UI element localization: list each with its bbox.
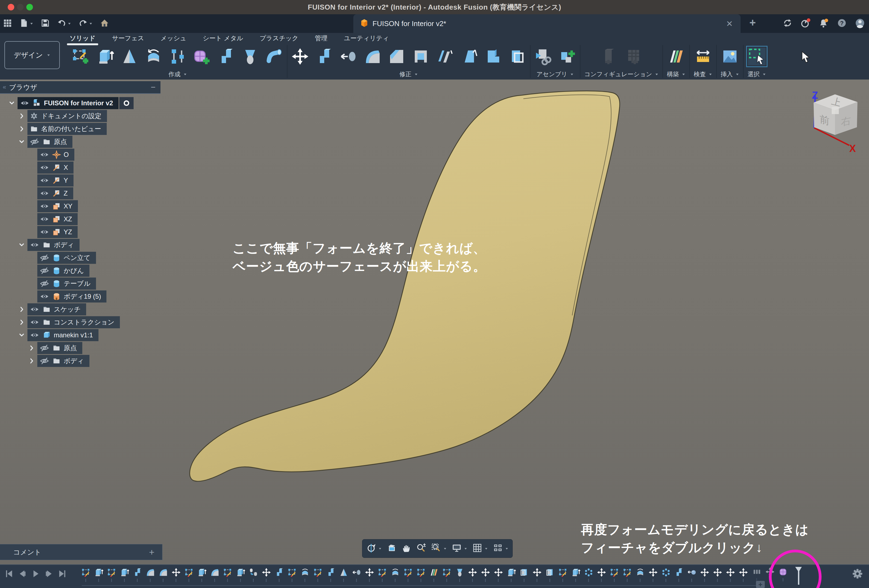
add-comment-button[interactable]: + [149,547,162,558]
sketch-feature[interactable] [623,568,632,577]
go-to-end-button[interactable] [57,569,67,580]
move-feature[interactable] [648,568,658,577]
visibility-on-icon[interactable] [30,304,40,314]
move-tool-button[interactable] [291,48,309,65]
sketch-feature[interactable] [313,568,323,577]
ribbon-group-construct-label[interactable]: 構築 [667,70,685,78]
tree-row--[interactable]: コンストラクション [0,316,160,328]
visibility-on-icon[interactable] [40,214,49,224]
point-pull-tool-button[interactable] [340,48,357,65]
tree-row--[interactable]: ペン立て [0,252,160,264]
rails-tool-button[interactable] [169,48,187,65]
chevron-down-icon[interactable] [18,331,26,339]
tree-row-z[interactable]: Z [0,187,160,199]
copy-feature[interactable] [249,568,258,577]
tree-row--[interactable]: ドキュメントの設定 [0,110,160,122]
visibility-off-icon[interactable] [40,356,49,366]
extrude-feature[interactable] [120,568,129,577]
sphere-push-feature[interactable] [687,568,697,577]
extrude-feature[interactable] [197,568,206,577]
extensions-button[interactable] [782,14,793,33]
point-pull-feature[interactable] [352,568,361,577]
move-feature[interactable] [365,568,374,577]
framebox-tool-button[interactable] [509,48,526,65]
extrude-feature[interactable] [94,568,104,577]
chevron-down-icon[interactable] [18,138,26,146]
collapsed-group[interactable] [752,567,761,576]
home-view-button[interactable] [100,14,109,33]
boundary-feature[interactable] [545,568,555,577]
save-button[interactable] [41,14,50,33]
ribbon-tab-5[interactable]: プラスチック [259,34,300,43]
extrude-feature[interactable] [571,568,580,577]
extrude-tool-button[interactable] [96,48,114,65]
tree-row--[interactable]: 原点 [0,342,160,354]
visibility-on-icon[interactable] [30,240,40,250]
steps-feature[interactable] [274,568,284,577]
ribbon-group-create-label[interactable]: 作成 [168,70,187,78]
visibility-on-icon[interactable] [40,227,49,237]
move-feature[interactable] [532,568,542,577]
chevron-right-icon[interactable] [18,125,26,133]
steps-tool-button[interactable] [217,48,235,65]
job-status-button[interactable] [801,14,811,33]
loft-feature[interactable] [455,568,464,577]
image-tool-button[interactable] [721,48,739,65]
chevron-right-icon[interactable] [27,344,36,352]
ribbon-group-assemble-label[interactable]: アセンブリ [537,70,574,78]
sketch-create-tool-button[interactable] [73,48,90,65]
fillet-feature[interactable] [159,568,168,577]
tree-row-yz[interactable]: YZ [0,226,160,238]
step-forward-button[interactable] [44,569,54,580]
tree-row--[interactable]: 名前の付いたビュー [0,123,160,135]
visibility-off-icon[interactable] [40,253,49,263]
move-feature[interactable] [171,568,181,577]
zoom-window-button[interactable] [26,4,33,10]
user-avatar-button[interactable] [855,14,865,33]
pattern-feature[interactable] [584,568,593,577]
move-feature[interactable] [739,568,748,577]
sketch-feature[interactable] [107,568,116,577]
tree-row-xz[interactable]: XZ [0,213,160,225]
file-menu-button[interactable] [19,14,33,33]
ribbon-group-select-label[interactable]: 選択 [747,70,766,78]
expand-group-button[interactable]: + [756,581,765,588]
tree-row--[interactable]: かびん [0,265,160,277]
funnel-tool-button[interactable] [242,48,259,65]
insert-link-tool-button[interactable] [534,48,552,65]
activate-component-radio[interactable] [119,97,133,109]
chevron-right-icon[interactable] [18,318,26,326]
visibility-off-icon[interactable] [30,137,40,147]
orbit-button[interactable] [366,543,382,554]
visibility-on-icon[interactable] [40,163,49,172]
play-button[interactable] [31,569,41,580]
fillet-tool-button[interactable] [364,48,381,65]
workspace-selector[interactable]: デザイン [4,41,60,69]
grid-and-snaps-button[interactable] [472,543,488,554]
chamfer-tool-button[interactable] [388,48,405,65]
ribbon-tab-4[interactable]: シート メタル [202,34,244,43]
visibility-off-icon[interactable] [40,343,49,353]
ribbon-tab-2[interactable]: サーフェス [111,34,145,43]
visibility-on-icon[interactable] [20,98,30,108]
window-zoom-button[interactable] [431,543,447,554]
config-box-tool-button[interactable] [601,48,618,65]
revolve-feature[interactable] [300,568,310,577]
ribbon-group-insert-label[interactable]: 挿入 [721,70,739,78]
visibility-off-icon[interactable] [40,266,49,275]
cornerL-tool-button[interactable] [485,48,502,65]
shell-tool-button[interactable] [412,48,430,65]
steps-feature[interactable] [326,568,335,577]
tree-row-y[interactable]: Y [0,175,160,187]
tree-row-manekin-v1-1[interactable]: manekin v1:1 [0,329,160,341]
pattern-feature[interactable] [661,568,671,577]
ribbon-tab-7[interactable]: ユーティリティ [343,34,390,43]
new-tab-button[interactable]: + [749,16,756,29]
revolve-feature[interactable] [636,568,645,577]
app-launcher-button[interactable] [3,14,12,33]
fillet-feature[interactable] [210,568,219,577]
visibility-on-icon[interactable] [30,317,40,327]
go-to-start-button[interactable] [4,569,14,580]
look-at-button[interactable] [387,543,397,554]
ribbon-group-configuration-label[interactable]: コンフィギュレーション [584,70,658,78]
